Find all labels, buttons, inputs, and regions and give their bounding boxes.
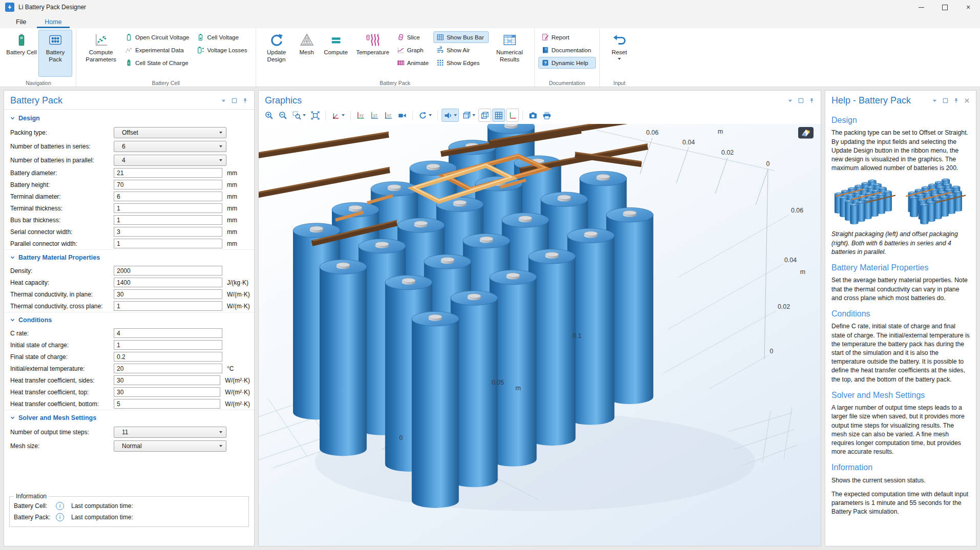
show-bus-bar-button[interactable]: Show Bus Bar [433,31,489,43]
panel-close-icon[interactable] [964,98,970,103]
section-solver-and-mesh-settings: Solver and Mesh SettingsNumber of output… [4,410,254,453]
battery-diameter-input[interactable]: 21 [114,168,222,178]
input-value: 70 [117,181,123,188]
panel-menu-icon[interactable] [221,98,226,103]
heat-transfer-coefficient-bottom-input[interactable]: 5 [114,399,220,409]
panel-menu-icon[interactable] [787,98,793,103]
tab-home[interactable]: Home [37,16,69,28]
battery-pack-button[interactable]: Battery Pack [38,30,72,77]
view-xz-button[interactable] [382,109,395,122]
show-grid-button[interactable] [492,109,505,122]
view-xy-button[interactable] [355,109,367,122]
show-edges-button[interactable]: Show Edges [433,57,489,69]
graphics-canvas[interactable]: 0.060.040.020m0.060.040.020m0.10.050m [259,124,821,546]
number-of-output-time-steps-select[interactable]: 11 [114,427,226,438]
input-value: 0.2 [117,353,126,361]
voltage-losses-button[interactable]: Voltage Losses [194,44,252,56]
density-input[interactable]: 2000 [114,266,222,276]
packaging-thumbnails [831,178,970,227]
input-value: 5 [117,400,120,408]
scene-camera-button[interactable] [396,109,409,122]
zoom-extents-button[interactable] [309,109,322,122]
open-circuit-voltage-button[interactable]: Open Circuit Voltage [122,31,194,43]
parallel-connector-width-input[interactable]: 1 [114,239,222,248]
close-button[interactable]: × [956,0,980,14]
unit-label: W/(m·K) [227,291,250,298]
section-header-conditions[interactable]: Conditions [4,312,254,327]
view-cube-icon[interactable] [798,127,814,138]
heat-capacity-input[interactable]: 1400 [114,278,222,287]
c-rate-input[interactable]: 4 [114,328,222,338]
heat-transfer-coefficient-sides-input[interactable]: 30 [114,375,220,385]
panel-menu-icon[interactable] [932,98,937,103]
section-header-solver-and-mesh-settings[interactable]: Solver and Mesh Settings [4,410,254,425]
menu-bar: File Home [0,14,980,28]
cell-voltage-button[interactable]: Cell Voltage [194,31,252,43]
maximize-button[interactable] [933,0,956,14]
go-to-view-button[interactable] [329,109,347,122]
initial-state-of-charge-input[interactable]: 1 [114,340,222,350]
mesh-size-select[interactable]: Normal [114,440,226,452]
print-button[interactable] [540,109,553,122]
panel-float-icon[interactable] [232,98,237,103]
bus-bar-thickness-input[interactable]: 1 [114,215,222,225]
cell-state-of-charge-button[interactable]: Cell State of Charge [122,57,194,69]
battery-height-input[interactable]: 70 [114,180,222,189]
number-of-batteries-in-series-select[interactable]: 6 [114,141,226,152]
initial-external-temperature-input[interactable]: 20 [114,364,222,373]
minimize-button[interactable] [909,0,933,14]
zoom-in-button[interactable] [263,109,276,122]
rotate-view-button[interactable] [416,109,434,122]
terminal-thickness-input[interactable]: 1 [114,203,222,213]
reset-button[interactable]: Reset [603,30,635,77]
slice-button[interactable]: Slice [394,31,433,43]
field-row-initial-state-of-charge: Initial state of charge:1 [4,339,254,351]
ribbon-group-input: Reset Input [599,29,639,87]
experimental-data-button[interactable]: Experimental Data [122,44,194,56]
transparency-button[interactable] [478,109,491,122]
packing-type-select[interactable]: Offset [114,127,226,138]
thermal-conductivity-in-plane-input[interactable]: 30 [114,289,222,299]
panel-float-icon[interactable] [798,98,804,103]
battery-pack-settings-panel: Battery Pack DesignPacking type:OffsetNu… [4,90,255,546]
show-air-button[interactable]: Show Air [433,44,489,56]
show-bus-bar-icon [436,33,444,41]
zoom-in-icon [265,111,274,120]
section-header-design[interactable]: Design [4,111,254,125]
tab-file[interactable]: File [8,16,34,28]
panel-pin-icon[interactable] [809,98,815,103]
select-value: Offset [122,129,138,136]
number-of-batteries-in-parallel-select[interactable]: 4 [114,155,226,166]
group-label-input: Input [600,80,639,86]
graph-button[interactable]: Graph [394,44,433,56]
compute-parameters-button[interactable]: Compute Parameters [80,30,122,77]
view-yz-button[interactable] [368,109,381,122]
show-axis-button[interactable] [506,109,519,122]
report-button[interactable]: Report [538,31,596,43]
snapshot-button[interactable] [527,109,539,122]
update-design-button[interactable]: Update Design [260,30,294,77]
documentation-button[interactable]: Documentation [538,44,596,56]
heat-transfer-coefficient-top-input[interactable]: 30 [114,387,220,397]
compute-button[interactable]: Compute [320,30,352,77]
axis-tick-label: 0 [399,434,403,441]
zoom-extents-icon [311,111,320,120]
terminal-diameter-input[interactable]: 6 [114,192,222,201]
dynamic-help-button[interactable]: Dynamic Help [538,57,596,69]
section-header-battery-material-properties[interactable]: Battery Material Properties [4,250,254,265]
animate-button[interactable]: Animate [394,57,433,69]
zoom-out-button[interactable] [277,109,289,122]
zoom-box-button[interactable] [290,109,308,122]
panel-pin-icon[interactable] [953,98,959,103]
panel-pin-icon[interactable] [242,98,248,103]
final-state-of-charge-input[interactable]: 0.2 [114,352,222,362]
serial-connector-width-input[interactable]: 3 [114,227,222,237]
scene-light-button[interactable] [442,109,459,122]
panel-float-icon[interactable] [943,98,948,103]
numerical-results-button[interactable]: Numerical Results [489,30,531,77]
thermal-conductivity-cross-plane-input[interactable]: 1 [114,301,222,311]
battery-cell-button[interactable]: Battery Cell [5,30,38,77]
temperature-button[interactable]: Temperature [352,30,394,77]
mesh-button[interactable]: Mesh [294,30,320,77]
environment-button[interactable] [460,109,477,122]
